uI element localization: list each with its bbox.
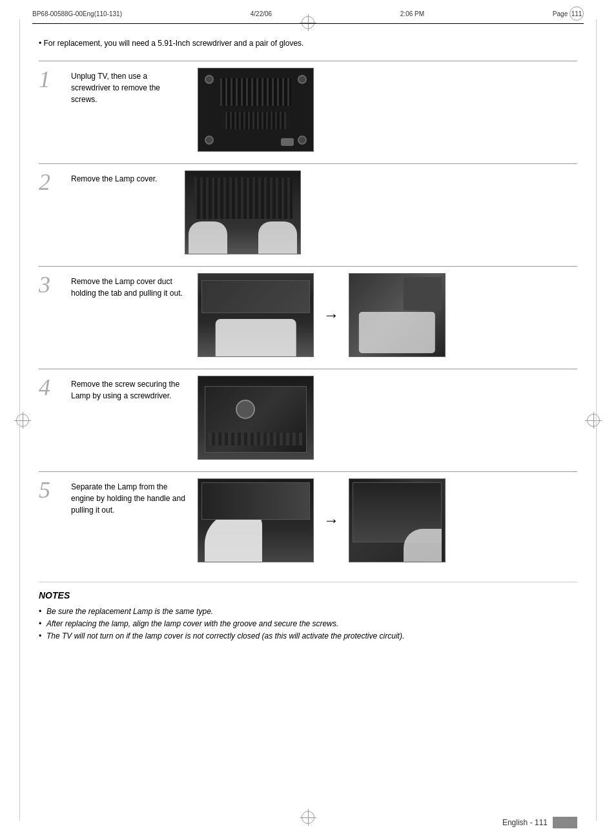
step-3-images: → (198, 273, 446, 357)
glove-right (258, 221, 297, 254)
step-5-arrow: → (323, 511, 339, 529)
step-3-number: 3 (39, 273, 65, 296)
note-1: Be sure the replacement Lamp is the same… (39, 606, 577, 618)
main-content: • For replacement, you will need a 5.91-… (39, 39, 577, 801)
header-filename: BP68-00588G-00Eng(110-131) (32, 10, 122, 17)
step-5-photo-1 (198, 478, 314, 562)
screw-br (298, 136, 307, 145)
step-2: 2 Remove the Lamp cover. (39, 163, 577, 254)
notes-section: NOTES Be sure the replacement Lamp is th… (39, 582, 577, 643)
step-2-number: 2 (39, 170, 65, 194)
step-3-photo-1 (198, 273, 314, 357)
step-5-photo-2 (349, 478, 446, 562)
step-3: 3 Remove the Lamp cover duct holding the… (39, 266, 577, 357)
step-4-images (198, 376, 314, 460)
footer-text: English - 111 (502, 818, 548, 827)
step-1-images (198, 68, 314, 152)
step-5-number: 5 (39, 478, 65, 502)
screw-tr (298, 75, 307, 84)
step-2-text: Remove the Lamp cover. (71, 170, 174, 185)
step-1-text: Unplug TV, then use a screwdriver to rem… (71, 68, 187, 105)
note-3: The TV will not turn on if the lamp cove… (39, 630, 577, 642)
crop-mark-bottom (302, 811, 314, 824)
step-3-text: Remove the Lamp cover duct holding the t… (71, 273, 187, 299)
notes-title: NOTES (39, 590, 577, 600)
screw-tl (205, 75, 214, 84)
notes-list: Be sure the replacement Lamp is the same… (39, 606, 577, 643)
crop-mark-right (587, 414, 600, 427)
step-2-images (185, 170, 301, 254)
step-5: 5 Separate the Lamp from the engine by h… (39, 471, 577, 562)
step-1-number: 1 (39, 68, 65, 91)
page-header: BP68-00588G-00Eng(110-131) 4/22/06 2:06 … (32, 6, 584, 24)
step-5-images: → (198, 478, 446, 562)
header-page-label: Page 111 (553, 6, 584, 21)
header-page-number: 111 (570, 6, 584, 21)
intro-note: • For replacement, you will need a 5.91-… (39, 39, 577, 48)
side-line-right (596, 19, 597, 821)
step-3-arrow: → (323, 306, 339, 324)
step-4: 4 Remove the screw securing the Lamp by … (39, 369, 577, 460)
glove-left (189, 221, 227, 254)
step-4-number: 4 (39, 376, 65, 399)
step-4-text: Remove the screw securing the Lamp by us… (71, 376, 187, 402)
footer-badge (553, 817, 577, 828)
step-4-photo (198, 376, 314, 460)
side-line-left (19, 19, 20, 821)
step-2-photo (185, 170, 301, 254)
crop-mark-left (16, 414, 29, 427)
header-time: 2:06 PM (400, 10, 424, 17)
step-5-text: Separate the Lamp from the engine by hol… (71, 478, 187, 516)
step-1-photo (198, 68, 314, 152)
header-date: 4/22/06 (251, 10, 272, 17)
step-1: 1 Unplug TV, then use a screwdriver to r… (39, 61, 577, 152)
screw-bl (205, 136, 214, 145)
tv-vent (220, 78, 292, 106)
page-footer: English - 111 (502, 817, 577, 828)
step-3-photo-2 (349, 273, 446, 357)
note-2: After replacing the lamp, align the lamp… (39, 618, 577, 630)
